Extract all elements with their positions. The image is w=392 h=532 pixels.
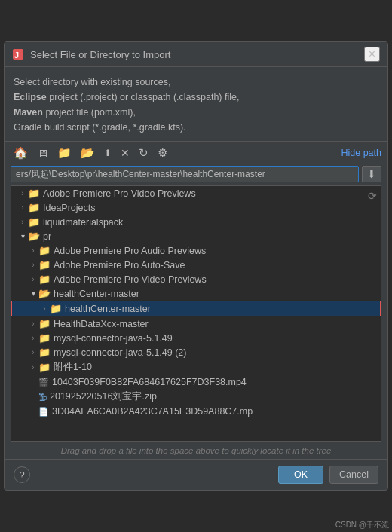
folder-icon: 📁 <box>38 245 51 256</box>
tree-item[interactable]: 🗜201925220516刘宝宇.zip <box>11 389 381 405</box>
tree-item[interactable]: ›📁HealthDataXcx-master <box>11 316 381 331</box>
tree-item-label: pr <box>43 231 51 242</box>
dialog-title: Select File or Directory to Import <box>30 49 364 60</box>
import-dialog: J Select File or Directory to Import × S… <box>4 41 388 491</box>
file-icon: 🎬 <box>38 378 49 387</box>
tree-item-label: 3D04AEA6CA0B2A423C7A15E3D59A88C7.mp <box>52 406 253 417</box>
tree-arrow: › <box>28 275 38 283</box>
tree-arrow: › <box>17 189 28 197</box>
svg-text:J: J <box>14 50 19 60</box>
desc-line3: project file (pom.xml), <box>43 107 136 118</box>
refresh-button[interactable]: ↻ <box>136 145 152 161</box>
folder-icon: 📁 <box>38 332 51 344</box>
folder-icon: 📁 <box>38 347 51 358</box>
folder-icon: 📁 <box>38 259 51 271</box>
tree-item[interactable]: ›📁附件1-10 <box>11 359 381 375</box>
tree-item-label: mysql-connector-java-5.1.49 (2) <box>54 347 186 358</box>
tree-item[interactable]: ›📁mysql-connector-java-5.1.49 <box>11 331 381 345</box>
bottom-bar: ? OK Cancel <box>5 459 387 490</box>
dialog-icon: J <box>12 48 24 60</box>
tree-item[interactable]: ›📁healthCenter-master <box>11 301 381 316</box>
tree-item[interactable]: 📄3D04AEA6CA0B2A423C7A15E3D59A88C7.mp <box>11 405 381 418</box>
folder-icon: 📁 <box>38 274 51 285</box>
tree-arrow: › <box>39 304 50 313</box>
tree-item-label: Adobe Premiere Pro Video Previews <box>43 188 196 199</box>
file-icon: 📄 <box>38 407 49 417</box>
title-bar: J Select File or Directory to Import × <box>5 42 387 67</box>
tree-item-label: liquidmaterialspack <box>43 217 123 228</box>
folder-icon: 📂 <box>28 231 40 242</box>
tree-item[interactable]: ›📁Adobe Premiere Pro Video Previews <box>11 272 381 286</box>
tree-item[interactable]: ›📁Adobe Premiere Pro Auto-Save <box>11 258 381 272</box>
tree-item-label: IdeaProjects <box>43 203 95 213</box>
tree-arrow: › <box>28 363 38 371</box>
folder-icon: 📁 <box>38 362 51 373</box>
tree-item[interactable]: ›📁IdeaProjects <box>11 200 381 215</box>
tree-item-label: 附件1-10 <box>54 361 92 374</box>
folder-icon: 📂 <box>38 288 51 299</box>
tree-item-label: healthCenter-master <box>54 289 139 299</box>
desc-eclipse-bold: Eclipse <box>14 92 47 102</box>
desc-line2: project (.project) or classpath (.classp… <box>47 92 240 102</box>
folder-icon: 📁 <box>50 303 62 314</box>
desktop-button[interactable]: 🖥 <box>34 145 51 161</box>
cancel-button[interactable]: Cancel <box>329 466 378 484</box>
tree-arrow: › <box>28 246 38 255</box>
loading-spinner: ⟳ <box>368 190 377 202</box>
tree-item-label: mysql-connector-java-5.1.49 <box>54 333 173 344</box>
tree-arrow: ▾ <box>17 232 28 240</box>
tree-item-label: healthCenter-master <box>65 304 151 314</box>
tree-arrow: ▾ <box>28 289 38 298</box>
tree-item[interactable]: ›📁Adobe Premiere Pro Video Previews <box>11 186 381 200</box>
file-tree[interactable]: ›📁Adobe Premiere Pro Video Previews›📁Ide… <box>11 185 381 442</box>
tree-arrow: › <box>28 334 38 342</box>
close-button[interactable]: × <box>364 47 380 62</box>
folder-button[interactable]: 📁 <box>54 145 75 161</box>
settings-button[interactable]: ⚙ <box>155 145 170 161</box>
folder-icon: 📁 <box>28 202 40 213</box>
desc-line1: Select directory with existing sources, <box>14 77 170 87</box>
tree-item[interactable]: ›📁mysql-connector-java-5.1.49 (2) <box>11 345 381 359</box>
tree-item-label: 201925220516刘宝宇.zip <box>50 390 157 403</box>
tree-arrow: › <box>28 348 38 356</box>
file-icon: 🗜 <box>38 393 47 402</box>
tree-arrow: › <box>17 203 28 212</box>
nav-button[interactable]: 📂 <box>78 145 98 161</box>
desc-maven-bold: Maven <box>14 107 43 118</box>
hide-path-link[interactable]: Hide path <box>341 148 381 158</box>
watermark: CSDN @千不流 <box>335 520 389 530</box>
delete-button[interactable]: ✕ <box>118 145 133 161</box>
tree-item[interactable]: ›📁liquidmaterialspack <box>11 215 381 229</box>
tree-item[interactable]: 🎬10403F039F0B82FA684617625F7D3F38.mp4 <box>11 375 381 389</box>
home-button[interactable]: 🏠 <box>11 145 31 161</box>
desc-line4: Gradle build script (*.gradle, *.gradle.… <box>14 122 186 133</box>
up-button[interactable]: ⬆ <box>101 146 115 160</box>
tree-item[interactable]: ▾📂healthCenter-master <box>11 286 381 301</box>
folder-icon: 📁 <box>38 318 51 329</box>
tree-item[interactable]: ▾📂pr <box>11 229 381 243</box>
path-download-button[interactable]: ⬇ <box>362 166 381 182</box>
drag-hint: Drag and drop a file into the space abov… <box>5 442 387 459</box>
folder-icon: 📁 <box>28 188 40 199</box>
ok-button[interactable]: OK <box>278 466 323 484</box>
tree-arrow: › <box>28 261 38 269</box>
toolbar: 🏠 🖥 📁 📂 ⬆ ✕ ↻ ⚙ Hide path <box>5 141 387 164</box>
path-input[interactable] <box>11 166 359 182</box>
description-area: Select directory with existing sources, … <box>5 67 387 141</box>
tree-wrapper: ›📁Adobe Premiere Pro Video Previews›📁Ide… <box>5 185 387 442</box>
tree-item-label: Adobe Premiere Pro Video Previews <box>54 274 207 285</box>
tree-item-label: Adobe Premiere Pro Audio Previews <box>54 246 206 256</box>
tree-arrow: › <box>17 218 28 226</box>
tree-item-label: HealthDataXcx-master <box>54 319 149 329</box>
path-row: ⬇ <box>5 164 387 185</box>
tree-item-label: Adobe Premiere Pro Auto-Save <box>54 260 185 271</box>
tree-item[interactable]: ›📁Adobe Premiere Pro Audio Previews <box>11 243 381 258</box>
tree-item-label: 10403F039F0B82FA684617625F7D3F38.mp4 <box>52 377 247 387</box>
tree-arrow: › <box>28 320 38 328</box>
folder-icon: 📁 <box>28 216 40 228</box>
help-button[interactable]: ? <box>14 466 30 483</box>
